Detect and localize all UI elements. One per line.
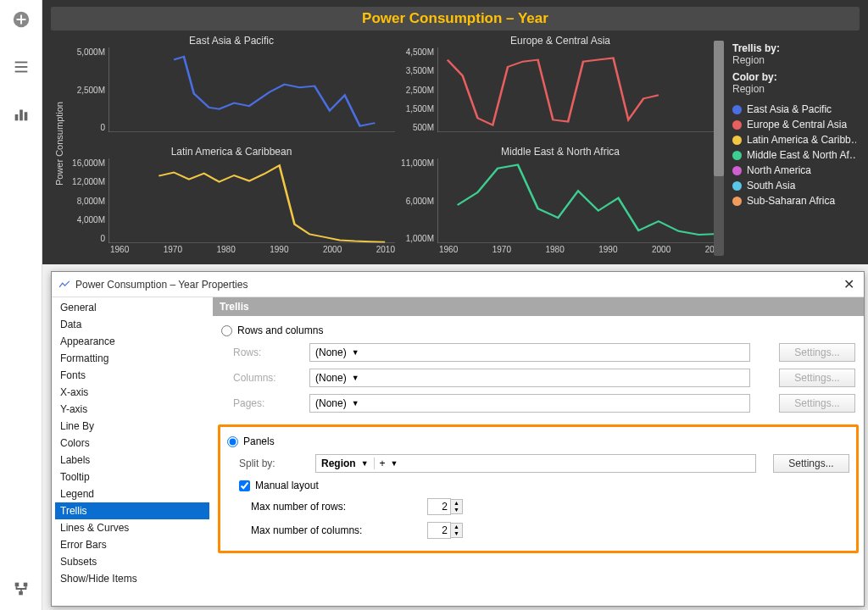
panel-title: Europe & Central Asia (397, 34, 724, 47)
bar-chart-icon[interactable] (10, 103, 32, 125)
nav-item-tooltip[interactable]: Tooltip (55, 469, 209, 485)
nav-item-show-hide-items[interactable]: Show/Hide Items (55, 570, 209, 587)
rows-columns-label: Rows and columns (237, 324, 323, 336)
add-icon[interactable] (10, 8, 32, 30)
trellis-panel[interactable]: Latin America & Caribbean16,000M12,000M8… (68, 145, 395, 254)
pages-dropdown[interactable]: (None)▼ (309, 394, 750, 413)
chevron-up-icon[interactable]: ▲ (451, 524, 462, 530)
dialog-titlebar[interactable]: Power Consumption – Year Properties ✕ (52, 272, 864, 297)
pages-settings-button[interactable]: Settings... (779, 394, 855, 413)
svg-rect-6 (14, 114, 18, 120)
max-rows-spinner[interactable]: ▲▼ (427, 498, 463, 515)
nav-item-x-axis[interactable]: X-axis (55, 384, 209, 401)
rows-settings-button[interactable]: Settings... (779, 343, 855, 362)
rows-dropdown[interactable]: (None)▼ (309, 343, 750, 362)
left-icon-rail (0, 0, 42, 610)
dialog-nav: GeneralDataAppearanceFormattingFontsX-ax… (52, 297, 213, 606)
list-icon[interactable] (10, 56, 32, 78)
nav-item-formatting[interactable]: Formatting (55, 350, 209, 367)
columns-dropdown[interactable]: (None)▼ (309, 369, 750, 387)
rows-columns-radio[interactable] (221, 325, 232, 336)
hierarchy-icon[interactable] (10, 578, 32, 600)
panels-highlight: Panels Split by: Region ▼ + ▼ Settings..… (218, 424, 859, 553)
manual-layout-label: Manual layout (255, 480, 319, 491)
svg-rect-10 (23, 583, 27, 587)
y-tick: 3,500M (397, 66, 434, 75)
nav-item-lines-curves[interactable]: Lines & Curves (55, 519, 209, 536)
manual-layout-checkbox[interactable] (239, 480, 250, 491)
line-plot (437, 47, 724, 132)
panels-label: Panels (243, 435, 275, 447)
x-tick: 2000 (323, 245, 342, 254)
legend-swatch (732, 105, 742, 114)
y-tick: 0 (68, 123, 105, 132)
columns-settings-button[interactable]: Settings... (779, 369, 855, 387)
trellis-by-value: Region (732, 54, 856, 66)
legend-item[interactable]: Middle East & North Af… (732, 147, 856, 163)
nav-item-fonts[interactable]: Fonts (55, 367, 209, 384)
nav-item-subsets[interactable]: Subsets (55, 553, 209, 570)
chevron-up-icon[interactable]: ▲ (451, 500, 462, 507)
scrollbar-thumb[interactable] (714, 41, 724, 176)
chevron-down-icon[interactable]: ▼ (451, 507, 462, 513)
legend-label: Latin America & Caribb… (747, 134, 856, 146)
nav-item-trellis[interactable]: Trellis (55, 502, 209, 519)
legend-item[interactable]: East Asia & Pacific (732, 102, 856, 117)
nav-item-error-bars[interactable]: Error Bars (55, 536, 209, 553)
legend-item[interactable]: South Asia (732, 178, 856, 193)
trellis-by-label: Trellis by: (732, 42, 856, 54)
chevron-down-icon[interactable]: ▼ (451, 530, 462, 537)
legend-swatch (732, 197, 742, 206)
y-tick: 5,000M (68, 47, 105, 57)
nav-item-general[interactable]: General (55, 299, 209, 316)
legend-item[interactable]: North America (732, 163, 856, 178)
x-tick: 1960 (439, 245, 458, 254)
max-cols-label: Max number of columns: (251, 524, 420, 536)
max-cols-spinner[interactable]: ▲▼ (427, 522, 463, 539)
scrollbar[interactable] (714, 41, 724, 256)
svg-rect-7 (19, 110, 23, 121)
panel-title: Latin America & Caribbean (68, 145, 395, 158)
nav-item-colors[interactable]: Colors (55, 435, 209, 452)
legend-item[interactable]: Europe & Central Asia (732, 117, 856, 132)
y-tick: 0 (68, 234, 105, 243)
line-plot (437, 158, 724, 243)
max-rows-input[interactable] (427, 498, 451, 515)
max-cols-input[interactable] (427, 522, 451, 539)
nav-item-line-by[interactable]: Line By (55, 418, 209, 435)
x-tick: 1980 (546, 245, 565, 254)
svg-rect-11 (19, 591, 23, 596)
nav-item-appearance[interactable]: Appearance (55, 333, 209, 350)
y-tick: 1,000M (397, 234, 434, 243)
legend-item[interactable]: Latin America & Caribb… (732, 132, 856, 147)
visualization-panel: Power Consumption – Year Power Consumpti… (42, 0, 868, 264)
close-icon[interactable]: ✕ (840, 276, 857, 292)
trellis-panel[interactable]: Europe & Central Asia4,500M3,500M2,500M1… (397, 34, 724, 143)
y-tick: 1,500M (397, 104, 434, 114)
x-tick: 1960 (110, 245, 129, 254)
y-tick: 2,500M (68, 86, 105, 95)
legend-item[interactable]: Sub-Saharan Africa (732, 193, 856, 208)
nav-item-labels[interactable]: Labels (55, 452, 209, 469)
line-plot (108, 47, 395, 132)
x-tick: 1970 (492, 245, 511, 254)
properties-dialog: Power Consumption – Year Properties ✕ Ge… (51, 271, 865, 607)
trellis-panel[interactable]: Middle East & North Africa11,000M6,000M1… (397, 145, 724, 254)
legend-label: North America (747, 164, 811, 176)
split-by-dropdown[interactable]: Region ▼ + ▼ (315, 454, 756, 473)
color-by-value: Region (732, 83, 856, 95)
y-tick: 8,000M (68, 197, 105, 206)
split-settings-button[interactable]: Settings... (773, 454, 849, 473)
nav-item-legend[interactable]: Legend (55, 485, 209, 502)
nav-item-data[interactable]: Data (55, 316, 209, 333)
columns-label: Columns: (233, 372, 301, 384)
legend-swatch (732, 120, 742, 130)
nav-item-y-axis[interactable]: Y-axis (55, 401, 209, 418)
panels-radio[interactable] (227, 436, 238, 447)
legend-label: South Asia (747, 180, 795, 191)
chart-title: Power Consumption – Year (51, 7, 860, 30)
panel-title: East Asia & Pacific (68, 34, 395, 47)
trellis-panel[interactable]: East Asia & Pacific5,000M2,500M0 (68, 34, 395, 143)
section-header: Trellis (213, 297, 864, 316)
y-tick: 2,500M (397, 86, 434, 95)
